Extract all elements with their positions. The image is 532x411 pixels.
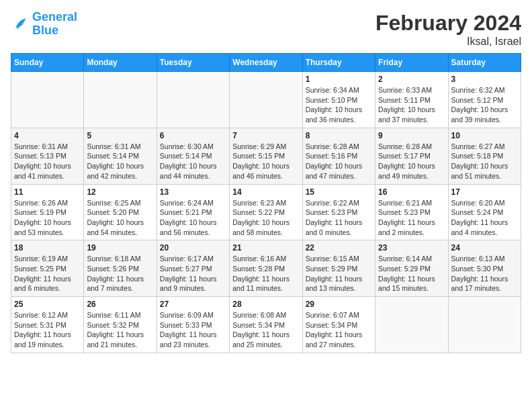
day-number: 27 <box>160 300 226 309</box>
day-header-thursday: Thursday <box>302 54 375 72</box>
day-number: 25 <box>14 300 81 309</box>
calendar-cell: 25Sunrise: 6:12 AM Sunset: 5:31 PM Dayli… <box>11 297 84 353</box>
day-info: Sunrise: 6:30 AM Sunset: 5:14 PM Dayligh… <box>160 142 226 181</box>
calendar-title: February 2024 <box>375 11 521 36</box>
day-number: 4 <box>14 131 81 140</box>
day-number: 12 <box>87 187 153 197</box>
day-number: 19 <box>87 243 153 253</box>
week-row-2: 4Sunrise: 6:31 AM Sunset: 5:13 PM Daylig… <box>11 128 521 184</box>
calendar-cell: 3Sunrise: 6:32 AM Sunset: 5:12 PM Daylig… <box>448 72 521 128</box>
day-info: Sunrise: 6:23 AM Sunset: 5:22 PM Dayligh… <box>232 198 299 238</box>
calendar-table: SundayMondayTuesdayWednesdayThursdayFrid… <box>11 53 521 353</box>
calendar-cell: 20Sunrise: 6:17 AM Sunset: 5:27 PM Dayli… <box>157 240 229 297</box>
week-row-3: 11Sunrise: 6:26 AM Sunset: 5:19 PM Dayli… <box>11 184 521 240</box>
calendar-header: SundayMondayTuesdayWednesdayThursdayFrid… <box>11 54 521 72</box>
day-number: 20 <box>160 243 226 253</box>
week-row-5: 25Sunrise: 6:12 AM Sunset: 5:31 PM Dayli… <box>11 297 521 353</box>
day-number: 6 <box>160 131 226 140</box>
day-info: Sunrise: 6:28 AM Sunset: 5:16 PM Dayligh… <box>306 142 372 181</box>
logo-line2: Blue <box>32 24 58 37</box>
logo-icon <box>11 15 30 34</box>
day-info: Sunrise: 6:11 AM Sunset: 5:32 PM Dayligh… <box>87 310 153 350</box>
day-number: 28 <box>232 300 299 309</box>
day-header-tuesday: Tuesday <box>157 54 229 72</box>
day-info: Sunrise: 6:31 AM Sunset: 5:14 PM Dayligh… <box>87 142 153 181</box>
day-info: Sunrise: 6:19 AM Sunset: 5:25 PM Dayligh… <box>14 254 81 293</box>
calendar-cell: 19Sunrise: 6:18 AM Sunset: 5:26 PM Dayli… <box>84 240 157 297</box>
day-number: 24 <box>451 243 518 253</box>
day-info: Sunrise: 6:28 AM Sunset: 5:17 PM Dayligh… <box>378 142 445 181</box>
day-number: 11 <box>14 187 81 197</box>
day-header-sunday: Sunday <box>11 54 84 72</box>
day-number: 18 <box>14 243 81 253</box>
day-number: 5 <box>87 131 153 140</box>
day-info: Sunrise: 6:09 AM Sunset: 5:33 PM Dayligh… <box>160 310 226 350</box>
calendar-cell: 16Sunrise: 6:21 AM Sunset: 5:23 PM Dayli… <box>375 184 448 240</box>
calendar-cell: 24Sunrise: 6:13 AM Sunset: 5:30 PM Dayli… <box>448 240 521 297</box>
week-row-4: 18Sunrise: 6:19 AM Sunset: 5:25 PM Dayli… <box>11 240 521 297</box>
calendar-cell <box>11 72 84 128</box>
calendar-cell: 7Sunrise: 6:29 AM Sunset: 5:15 PM Daylig… <box>230 128 302 184</box>
day-info: Sunrise: 6:07 AM Sunset: 5:34 PM Dayligh… <box>306 310 372 350</box>
day-info: Sunrise: 6:22 AM Sunset: 5:23 PM Dayligh… <box>306 198 372 238</box>
calendar-cell: 29Sunrise: 6:07 AM Sunset: 5:34 PM Dayli… <box>302 297 375 353</box>
day-number: 2 <box>378 75 445 84</box>
calendar-cell: 18Sunrise: 6:19 AM Sunset: 5:25 PM Dayli… <box>11 240 84 297</box>
day-number: 7 <box>232 131 299 140</box>
calendar-cell: 6Sunrise: 6:30 AM Sunset: 5:14 PM Daylig… <box>157 128 229 184</box>
calendar-cell: 15Sunrise: 6:22 AM Sunset: 5:23 PM Dayli… <box>302 184 375 240</box>
day-header-friday: Friday <box>375 54 448 72</box>
day-number: 15 <box>306 187 372 197</box>
day-number: 22 <box>306 243 372 253</box>
day-number: 13 <box>160 187 226 197</box>
logo-line1: General <box>32 10 77 24</box>
calendar-cell <box>84 72 157 128</box>
calendar-cell: 23Sunrise: 6:14 AM Sunset: 5:29 PM Dayli… <box>375 240 448 297</box>
calendar-cell: 14Sunrise: 6:23 AM Sunset: 5:22 PM Dayli… <box>230 184 302 240</box>
day-info: Sunrise: 6:26 AM Sunset: 5:19 PM Dayligh… <box>14 198 81 238</box>
calendar-cell: 26Sunrise: 6:11 AM Sunset: 5:32 PM Dayli… <box>84 297 157 353</box>
day-number: 23 <box>378 243 445 253</box>
day-number: 21 <box>232 243 299 253</box>
calendar-cell: 9Sunrise: 6:28 AM Sunset: 5:17 PM Daylig… <box>375 128 448 184</box>
day-number: 10 <box>451 131 518 140</box>
day-info: Sunrise: 6:16 AM Sunset: 5:28 PM Dayligh… <box>232 254 299 293</box>
calendar-cell: 28Sunrise: 6:08 AM Sunset: 5:34 PM Dayli… <box>230 297 302 353</box>
day-info: Sunrise: 6:24 AM Sunset: 5:21 PM Dayligh… <box>160 198 226 238</box>
day-info: Sunrise: 6:32 AM Sunset: 5:12 PM Dayligh… <box>451 85 518 125</box>
week-row-1: 1Sunrise: 6:34 AM Sunset: 5:10 PM Daylig… <box>11 72 521 128</box>
calendar-cell: 11Sunrise: 6:26 AM Sunset: 5:19 PM Dayli… <box>11 184 84 240</box>
day-info: Sunrise: 6:29 AM Sunset: 5:15 PM Dayligh… <box>232 142 299 181</box>
title-block: February 2024 Iksal, Israel <box>375 11 521 48</box>
calendar-cell: 5Sunrise: 6:31 AM Sunset: 5:14 PM Daylig… <box>84 128 157 184</box>
logo-text: General Blue <box>32 11 77 38</box>
calendar-body: 1Sunrise: 6:34 AM Sunset: 5:10 PM Daylig… <box>11 72 521 353</box>
day-number: 9 <box>378 131 445 140</box>
calendar-cell: 13Sunrise: 6:24 AM Sunset: 5:21 PM Dayli… <box>157 184 229 240</box>
calendar-cell: 10Sunrise: 6:27 AM Sunset: 5:18 PM Dayli… <box>448 128 521 184</box>
calendar-cell: 12Sunrise: 6:25 AM Sunset: 5:20 PM Dayli… <box>84 184 157 240</box>
day-number: 1 <box>306 75 372 84</box>
calendar-cell: 2Sunrise: 6:33 AM Sunset: 5:11 PM Daylig… <box>375 72 448 128</box>
day-info: Sunrise: 6:34 AM Sunset: 5:10 PM Dayligh… <box>306 85 372 125</box>
day-number: 8 <box>306 131 372 140</box>
calendar-cell: 21Sunrise: 6:16 AM Sunset: 5:28 PM Dayli… <box>230 240 302 297</box>
page-header: General Blue February 2024 Iksal, Israel <box>11 11 521 48</box>
day-header-monday: Monday <box>84 54 157 72</box>
calendar-cell: 8Sunrise: 6:28 AM Sunset: 5:16 PM Daylig… <box>302 128 375 184</box>
calendar-cell: 27Sunrise: 6:09 AM Sunset: 5:33 PM Dayli… <box>157 297 229 353</box>
day-info: Sunrise: 6:14 AM Sunset: 5:29 PM Dayligh… <box>378 254 445 293</box>
day-info: Sunrise: 6:25 AM Sunset: 5:20 PM Dayligh… <box>87 198 153 238</box>
calendar-cell: 17Sunrise: 6:20 AM Sunset: 5:24 PM Dayli… <box>448 184 521 240</box>
day-number: 29 <box>306 300 372 309</box>
day-info: Sunrise: 6:12 AM Sunset: 5:31 PM Dayligh… <box>14 310 81 350</box>
day-info: Sunrise: 6:17 AM Sunset: 5:27 PM Dayligh… <box>160 254 226 293</box>
calendar-subtitle: Iksal, Israel <box>375 36 521 48</box>
day-info: Sunrise: 6:15 AM Sunset: 5:29 PM Dayligh… <box>306 254 372 293</box>
day-info: Sunrise: 6:18 AM Sunset: 5:26 PM Dayligh… <box>87 254 153 293</box>
day-number: 16 <box>378 187 445 197</box>
day-info: Sunrise: 6:33 AM Sunset: 5:11 PM Dayligh… <box>378 85 445 125</box>
day-info: Sunrise: 6:27 AM Sunset: 5:18 PM Dayligh… <box>451 142 518 181</box>
day-number: 26 <box>87 300 153 309</box>
day-info: Sunrise: 6:08 AM Sunset: 5:34 PM Dayligh… <box>232 310 299 350</box>
